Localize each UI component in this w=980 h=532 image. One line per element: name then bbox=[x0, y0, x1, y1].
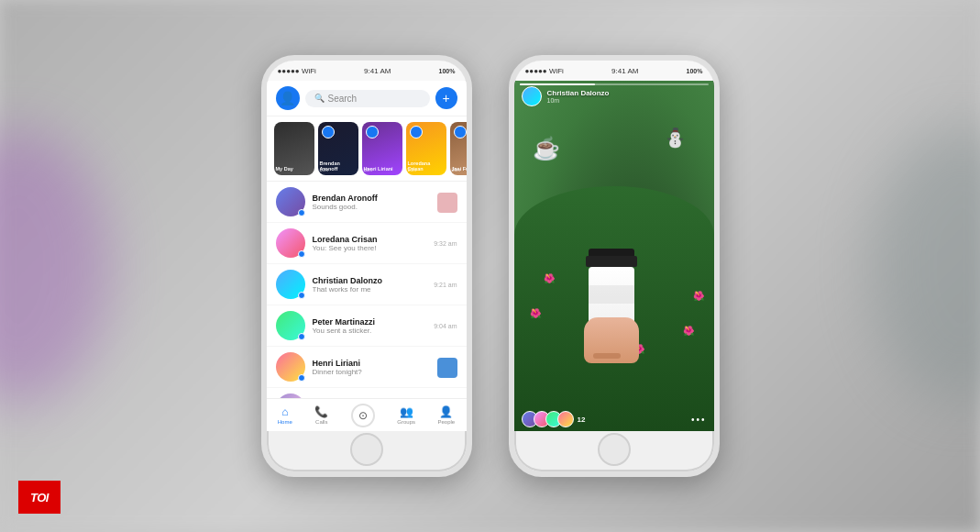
chat-meta bbox=[437, 191, 457, 213]
story-user-name: Christian Dalonzo bbox=[547, 89, 707, 97]
stories-strip: My Day Brendan Aronoff 10m Henri Liriani… bbox=[267, 116, 467, 182]
nav-groups[interactable]: 👥 Groups bbox=[397, 405, 415, 425]
home-button[interactable] bbox=[350, 433, 383, 466]
chat-avatar bbox=[276, 187, 305, 216]
chat-info: Peter Martinazzi You sent a sticker. bbox=[313, 317, 427, 335]
snowman-emoji: ⛄ bbox=[664, 127, 687, 148]
chat-preview: You sent a sticker. bbox=[313, 327, 427, 335]
home-button-right[interactable] bbox=[598, 433, 631, 466]
chat-meta bbox=[437, 356, 457, 378]
chat-name: Christian Dalonzo bbox=[313, 276, 427, 285]
hand-and-cup bbox=[584, 249, 639, 368]
story-item[interactable]: Henri Liriani 12m bbox=[362, 122, 402, 175]
chat-item[interactable]: Henri Liriani Dinner tonight? bbox=[267, 347, 467, 388]
chat-preview: Dinner tonight? bbox=[313, 368, 430, 376]
signal-strength-right: ●●●●● WiFi bbox=[525, 67, 564, 75]
toi-text: TOI bbox=[30, 491, 49, 504]
bottom-navigation: ⌂ Home 📞 Calls ⊙ 👥 Groups 👤 People bbox=[267, 398, 467, 431]
calls-icon: 📞 bbox=[314, 405, 328, 418]
story-user-avatar bbox=[522, 86, 542, 106]
chat-preview: That works for me bbox=[313, 285, 427, 294]
story-avatar bbox=[454, 126, 467, 139]
story-time: 12m bbox=[364, 167, 373, 172]
compose-button[interactable]: + bbox=[435, 87, 457, 109]
people-icon: 👤 bbox=[439, 405, 453, 418]
chat-info: Loredana Crisan You: See you there! bbox=[313, 235, 427, 252]
red-flower: 🌺 bbox=[544, 273, 555, 283]
left-phone: ●●●●● WiFi 9:41 AM 100% 👤 🔍 Search + bbox=[261, 55, 472, 477]
story-item[interactable]: Loredana Crisan 26m bbox=[406, 122, 446, 175]
online-indicator bbox=[298, 250, 305, 258]
signal-strength: ●●●●● WiFi bbox=[278, 67, 316, 75]
online-indicator bbox=[298, 333, 305, 340]
chat-list: Brendan Aronoff Sounds good. Loredana Cr… bbox=[267, 182, 467, 428]
chat-item[interactable]: Christian Dalonzo That works for me 9:21… bbox=[267, 264, 467, 305]
chat-avatar bbox=[276, 352, 305, 382]
story-viewers: 12 bbox=[522, 411, 586, 427]
profile-avatar-button[interactable]: 👤 bbox=[276, 86, 300, 110]
plus-icon: + bbox=[442, 91, 449, 105]
groups-icon: 👥 bbox=[400, 405, 413, 418]
chat-avatar bbox=[276, 228, 305, 258]
nav-people[interactable]: 👤 People bbox=[438, 405, 456, 425]
camera-icon: ⊙ bbox=[358, 409, 368, 422]
online-indicator bbox=[298, 374, 305, 382]
chat-meta: 9:32 am bbox=[434, 240, 457, 247]
cup-lid bbox=[586, 256, 637, 267]
chat-info: Henri Liriani Dinner tonight? bbox=[313, 359, 430, 376]
my-day-story[interactable]: My Day bbox=[274, 122, 314, 175]
story-bottom-bar: 12 ••• bbox=[522, 411, 707, 427]
battery-indicator: 100% bbox=[439, 68, 456, 74]
messenger-screen: 👤 🔍 Search + My Day Brendan Aronoff bbox=[267, 81, 467, 431]
nav-camera-button[interactable]: ⊙ bbox=[351, 404, 375, 427]
chat-avatar bbox=[276, 311, 305, 340]
chat-preview: You: See you there! bbox=[313, 244, 427, 252]
hand bbox=[584, 317, 639, 363]
story-item[interactable]: Jasi Fuge 26m bbox=[450, 122, 467, 175]
chat-time: 9:21 am bbox=[434, 282, 457, 288]
story-progress-fill bbox=[520, 83, 595, 85]
nav-home[interactable]: ⌂ Home bbox=[278, 405, 292, 425]
online-indicator bbox=[298, 292, 305, 299]
battery-right: 100% bbox=[687, 68, 703, 74]
phone-status-bar: ●●●●● WiFi 9:41 AM 100% bbox=[267, 61, 467, 81]
chat-thumbnail bbox=[437, 358, 457, 378]
bracelet bbox=[593, 353, 621, 359]
search-icon: 🔍 bbox=[314, 94, 325, 103]
snowman-sticker: ⛄ bbox=[664, 127, 687, 149]
toi-logo-badge: TOI bbox=[18, 481, 61, 514]
story-time: 26m bbox=[408, 167, 417, 172]
chat-preview: Sounds good. bbox=[313, 203, 430, 211]
search-bar[interactable]: 🔍 Search bbox=[305, 90, 430, 107]
home-icon: ⌂ bbox=[281, 405, 288, 418]
coffee-sticker: ☕ bbox=[533, 136, 560, 161]
cup-lid-top bbox=[589, 249, 634, 256]
phone-status-bar-right: ●●●●● WiFi 9:41 AM 100% bbox=[514, 61, 714, 81]
chat-name: Loredana Crisan bbox=[313, 235, 427, 244]
chat-time: 9:04 am bbox=[434, 323, 457, 329]
chat-item[interactable]: Peter Martinazzi You sent a sticker. 9:0… bbox=[267, 305, 467, 347]
viewer-avatar bbox=[557, 411, 574, 427]
chat-info: Brendan Aronoff Sounds good. bbox=[313, 194, 430, 211]
chat-item[interactable]: Brendan Aronoff Sounds good. bbox=[267, 182, 467, 223]
chat-name: Brendan Aronoff bbox=[313, 194, 430, 203]
story-avatar bbox=[410, 126, 423, 139]
chat-item[interactable]: Loredana Crisan You: See you there! 9:32… bbox=[267, 223, 467, 264]
coffee-cup-emoji: ☕ bbox=[533, 136, 560, 161]
story-avatar bbox=[322, 126, 335, 139]
chat-time: 9:32 am bbox=[434, 240, 457, 247]
nav-groups-label: Groups bbox=[397, 419, 415, 425]
more-options-button[interactable]: ••• bbox=[691, 415, 707, 425]
story-time: 10m bbox=[547, 97, 707, 104]
story-item[interactable]: Brendan Aronoff 10m bbox=[318, 122, 358, 175]
search-placeholder: Search bbox=[328, 94, 358, 104]
story-screen: 🌺 🌺 🌺 🌺 🌺 bbox=[514, 81, 714, 431]
viewer-count: 12 bbox=[578, 416, 586, 424]
messenger-header: 👤 🔍 Search + bbox=[267, 81, 467, 116]
chat-name: Henri Liriani bbox=[313, 359, 430, 368]
cup-sleeve bbox=[589, 285, 634, 304]
story-time: 10m bbox=[320, 167, 329, 172]
red-flower: 🌺 bbox=[693, 291, 704, 301]
chat-info: Christian Dalonzo That works for me bbox=[313, 276, 427, 294]
nav-calls[interactable]: 📞 Calls bbox=[314, 405, 328, 425]
